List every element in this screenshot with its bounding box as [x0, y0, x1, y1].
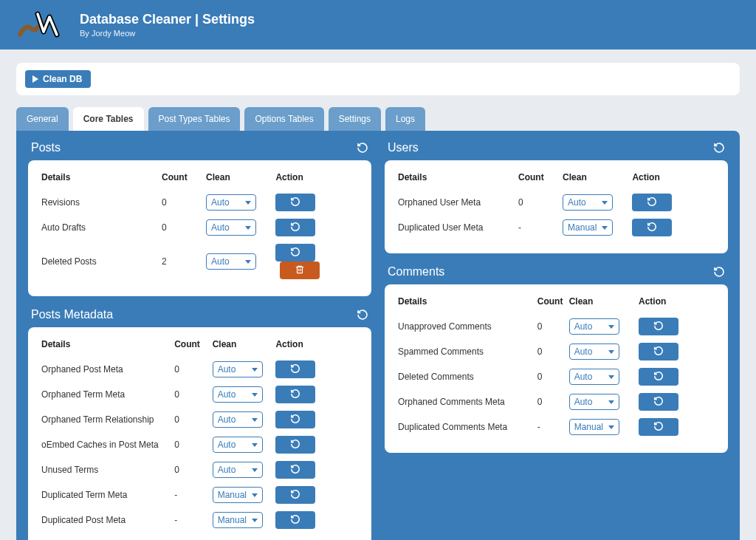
refresh-icon	[653, 421, 664, 434]
run-clean-button[interactable]	[275, 360, 315, 378]
clean-mode-select[interactable]: Auto	[213, 386, 263, 403]
row-count: -	[174, 482, 212, 507]
table-row: Auto Drafts0Auto	[41, 215, 358, 240]
tab-core-tables[interactable]: Core Tables	[73, 107, 144, 131]
run-clean-button[interactable]	[275, 411, 315, 428]
run-clean-button[interactable]	[275, 511, 315, 529]
chevron-down-icon	[245, 260, 251, 264]
table-row: oEmbed Caches in Post Meta0Auto	[41, 432, 358, 457]
run-clean-button[interactable]	[639, 368, 678, 386]
row-count: -	[537, 414, 569, 440]
clean-mode-select[interactable]: Auto	[213, 361, 263, 377]
chevron-down-icon	[608, 425, 614, 429]
clean-mode-select[interactable]: Auto	[569, 394, 619, 410]
delete-button[interactable]	[280, 262, 320, 279]
chevron-down-icon	[608, 375, 614, 379]
app-header: Database Cleaner | Settings By Jordy Meo…	[0, 0, 756, 49]
refresh-icon[interactable]	[713, 266, 725, 278]
refresh-icon[interactable]	[713, 142, 725, 154]
row-count: 2	[162, 240, 206, 283]
run-clean-button[interactable]	[639, 393, 678, 411]
clean-db-button[interactable]: Clean DB	[25, 70, 91, 88]
run-clean-button[interactable]	[632, 194, 672, 211]
posts-card: Details Count Clean Action Revisions0Aut…	[28, 160, 371, 296]
col-details: Details	[41, 172, 162, 190]
col-action: Action	[639, 296, 715, 314]
select-value: Auto	[218, 389, 236, 400]
left-column: Posts Details Count Clean Action R	[28, 141, 371, 540]
run-clean-button[interactable]	[275, 194, 315, 211]
refresh-icon[interactable]	[357, 142, 368, 154]
tab-settings[interactable]: Settings	[329, 107, 381, 131]
row-label: Duplicated Comments Meta	[398, 414, 537, 440]
tab-general[interactable]: General	[16, 107, 69, 131]
clean-mode-select[interactable]: Auto	[569, 318, 619, 335]
row-label: Revisions	[41, 190, 162, 215]
clean-mode-select[interactable]: Auto	[569, 369, 619, 385]
row-label: Duplicated Term Meta	[41, 482, 174, 507]
run-clean-button[interactable]	[639, 343, 678, 360]
run-clean-button[interactable]	[632, 219, 672, 236]
posts-section: Posts Details Count Clean Action R	[28, 141, 371, 296]
row-count: 0	[537, 339, 569, 364]
refresh-icon	[290, 247, 300, 259]
col-clean: Clean	[569, 296, 639, 314]
comments-card: Details Count Clean Action Unapproved Co…	[385, 284, 728, 453]
refresh-icon	[290, 514, 300, 527]
clean-mode-select[interactable]: Manual	[213, 487, 263, 503]
clean-mode-select[interactable]: Auto	[206, 253, 256, 270]
run-clean-button[interactable]	[275, 436, 315, 454]
col-count: Count	[174, 339, 212, 357]
run-clean-button[interactable]	[275, 461, 315, 479]
col-clean: Clean	[213, 339, 276, 357]
tab-logs[interactable]: Logs	[385, 107, 425, 131]
title-block: Database Cleaner | Settings By Jordy Meo…	[80, 12, 255, 38]
select-value: Auto	[574, 321, 593, 332]
run-clean-button[interactable]	[275, 386, 315, 403]
clean-mode-select[interactable]: Auto	[563, 194, 613, 211]
row-label: Auto Drafts	[41, 215, 162, 240]
run-clean-button[interactable]	[275, 219, 315, 236]
clean-mode-select[interactable]: Manual	[563, 219, 613, 236]
row-count: -	[174, 507, 212, 533]
clean-mode-select[interactable]: Auto	[213, 437, 263, 453]
clean-mode-select[interactable]: Auto	[569, 344, 619, 360]
clean-mode-select[interactable]: Auto	[213, 462, 263, 478]
comments-rows: Unapproved Comments0AutoSpammed Comments…	[398, 314, 715, 440]
table-row: Duplicated Post Meta-Manual	[41, 507, 358, 533]
clean-mode-select[interactable]: Auto	[206, 219, 256, 236]
row-label: Spammed Comments	[398, 339, 537, 364]
row-count: 0	[174, 407, 212, 432]
refresh-icon	[653, 396, 664, 409]
refresh-icon	[290, 489, 300, 502]
row-label: Orphaned Comments Meta	[398, 389, 537, 414]
refresh-icon[interactable]	[357, 309, 368, 321]
tab-post-types-tables[interactable]: Post Types Tables	[148, 107, 241, 131]
col-clean: Clean	[206, 172, 275, 190]
tab-options-tables[interactable]: Options Tables	[244, 107, 323, 131]
chevron-down-icon	[608, 400, 614, 404]
select-value: Auto	[218, 414, 236, 425]
row-label: oEmbed Caches in Post Meta	[41, 432, 174, 457]
run-clean-button[interactable]	[275, 486, 315, 504]
trash-icon	[295, 264, 305, 277]
table-row: Revisions0Auto	[41, 190, 358, 215]
run-clean-button[interactable]	[639, 418, 678, 436]
row-count: 0	[174, 357, 212, 382]
row-count: 0	[537, 314, 569, 339]
run-clean-button[interactable]	[639, 318, 678, 335]
app-logo	[13, 7, 65, 43]
clean-mode-select[interactable]: Manual	[569, 419, 619, 435]
chevron-down-icon	[252, 368, 258, 372]
run-clean-button[interactable]	[275, 244, 315, 262]
users-title: Users	[388, 141, 419, 154]
posts-metadata-section: Posts Metadata Details Count Clean Actio…	[28, 308, 371, 540]
select-value: Auto	[218, 364, 236, 375]
col-count: Count	[537, 296, 569, 314]
clean-db-label: Clean DB	[43, 74, 82, 84]
clean-mode-select[interactable]: Auto	[213, 411, 263, 428]
clean-mode-select[interactable]: Auto	[206, 194, 256, 211]
table-row: Unapproved Comments0Auto	[398, 314, 715, 339]
clean-mode-select[interactable]: Manual	[213, 512, 263, 528]
refresh-icon	[290, 414, 300, 426]
